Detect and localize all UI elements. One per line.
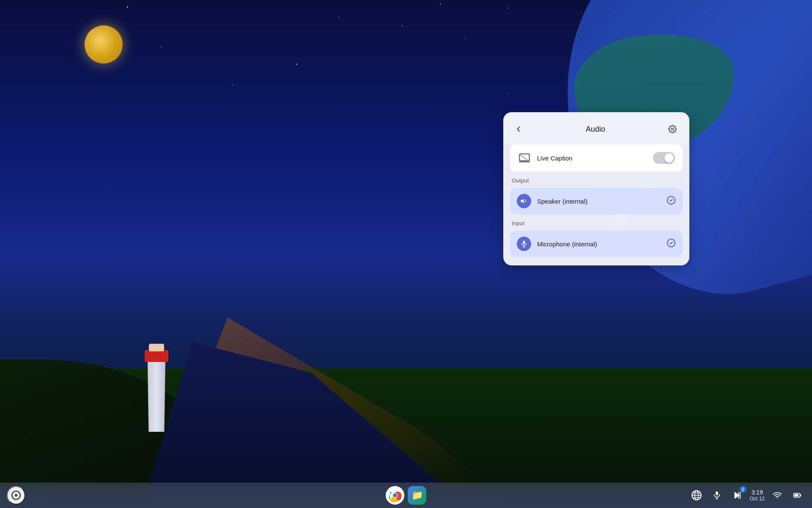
taskbar-left	[7, 486, 25, 505]
speaker-device-name: Speaker (internal)	[537, 198, 587, 205]
moon-decoration	[85, 25, 123, 64]
svg-rect-25	[738, 492, 739, 499]
taskbar-center: 📁	[386, 486, 426, 505]
launcher-button[interactable]	[7, 486, 25, 505]
svg-point-15	[393, 494, 397, 497]
back-button[interactable]	[510, 121, 527, 138]
lighthouse	[140, 339, 173, 432]
panel-header: Audio	[503, 112, 689, 144]
microphone-icon	[517, 237, 531, 251]
svg-marker-4	[521, 199, 524, 204]
microphone-device-name: Microphone (internal)	[537, 240, 597, 248]
panel-title: Audio	[527, 125, 664, 134]
audio-panel: Audio Live Caption	[503, 112, 689, 265]
microphone-device-item[interactable]: Microphone (internal)	[510, 231, 683, 257]
live-caption-toggle[interactable]	[653, 152, 675, 164]
vpn-icon[interactable]	[689, 488, 704, 503]
svg-line-3	[521, 155, 529, 161]
files-app-icon[interactable]: 📁	[408, 486, 426, 505]
svg-rect-26	[740, 492, 741, 499]
microphone-check-icon	[667, 238, 676, 250]
svg-point-0	[672, 128, 674, 130]
speaker-check-icon	[667, 196, 676, 207]
microphone-device-left: Microphone (internal)	[517, 237, 597, 251]
battery-taskbar-icon[interactable]	[790, 488, 805, 503]
notification-badge: 2	[740, 486, 746, 493]
svg-rect-29	[795, 494, 798, 497]
wifi-taskbar-icon[interactable]	[770, 488, 785, 503]
caption-icon	[518, 151, 531, 165]
speaker-device-item[interactable]: Speaker (internal)	[510, 188, 683, 214]
speaker-icon	[517, 194, 531, 208]
svg-point-11	[15, 494, 18, 497]
input-section-label: Input	[512, 220, 681, 226]
live-caption-left: Live Caption	[518, 151, 572, 165]
date-text: Oct 12	[750, 496, 765, 502]
taskbar-right: 2 3:19 Oct 12	[689, 488, 805, 503]
speaker-device-left: Speaker (internal)	[517, 194, 587, 208]
live-caption-label: Live Caption	[537, 155, 572, 162]
settings-button[interactable]	[664, 121, 681, 138]
panel-content: Live Caption Output Speaker (internal)	[503, 144, 689, 265]
taskbar: 📁	[0, 483, 812, 508]
media-controls-icon[interactable]: 2	[730, 488, 745, 503]
desktop-wallpaper	[0, 0, 812, 508]
time-text: 3:19	[750, 489, 765, 496]
svg-rect-6	[523, 241, 525, 244]
microphone-taskbar-icon[interactable]	[709, 488, 724, 503]
svg-point-27	[777, 498, 778, 499]
output-section-label: Output	[512, 177, 681, 184]
chrome-app-icon[interactable]	[386, 486, 404, 505]
live-caption-row: Live Caption	[510, 144, 683, 171]
time-date-display[interactable]: 3:19 Oct 12	[750, 489, 765, 502]
svg-rect-21	[716, 491, 718, 495]
